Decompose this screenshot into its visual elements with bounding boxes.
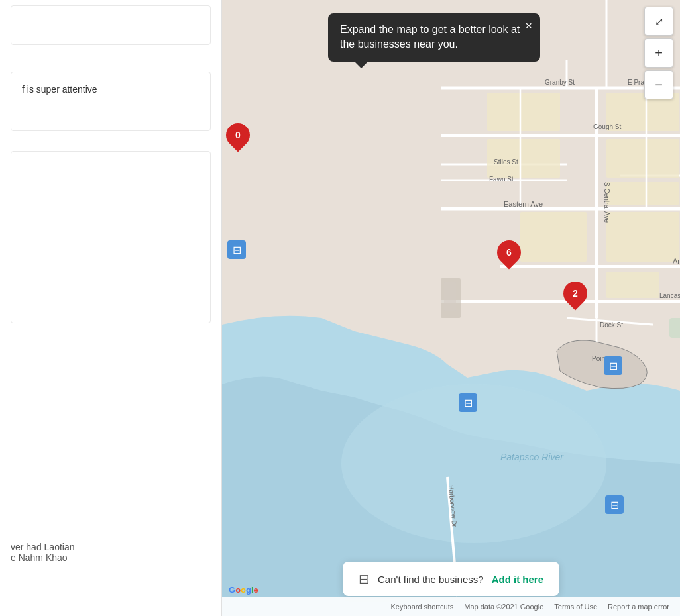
review-partial-text-1: ver had Laotian	[11, 542, 211, 552]
svg-text:Granby St: Granby St	[545, 79, 575, 86]
svg-rect-19	[444, 282, 456, 311]
svg-text:Lancaster St: Lancaster St	[659, 292, 680, 299]
svg-rect-25	[487, 93, 560, 131]
pin-0-number: 0	[235, 130, 241, 140]
svg-rect-20	[669, 318, 680, 338]
review-card-3	[11, 151, 211, 323]
review-card-2: f is super attentive	[11, 72, 211, 131]
svg-text:Eastern Ave: Eastern Ave	[504, 200, 543, 208]
svg-text:S Central Ave: S Central Ave	[603, 182, 610, 223]
expand-map-button[interactable]: ⤢	[644, 7, 673, 36]
report-error-link[interactable]: Report a map error	[608, 603, 669, 611]
svg-rect-27	[606, 182, 679, 205]
map-bottom-bar: Keyboard shortcuts Map data ©2021 Google…	[222, 597, 680, 616]
svg-text:Stiles St: Stiles St	[494, 158, 518, 166]
svg-rect-23	[606, 139, 679, 178]
cant-find-text: Can't find the business?	[378, 574, 484, 585]
svg-rect-29	[520, 212, 587, 262]
left-panel: f is super attentive ver had Laotian e N…	[0, 0, 222, 616]
map-pin-blue-4[interactable]: ⊟	[604, 356, 622, 375]
svg-text:Patapsco River: Patapsco River	[500, 452, 564, 462]
pin-6-number: 6	[506, 247, 512, 258]
tooltip-text: Expand the map to get a better look at t…	[340, 24, 520, 50]
map-controls: ⤢ + −	[644, 7, 673, 99]
map-container: ayette St E Pratt St Granby St S Bond St…	[222, 0, 680, 616]
map-pin-blue-1[interactable]: ⊟	[227, 240, 246, 259]
map-data-text: Map data ©2021 Google	[464, 603, 543, 611]
add-it-here-link[interactable]: Add it here	[492, 574, 543, 585]
cant-find-icon: ⊟	[359, 571, 370, 587]
svg-rect-30	[606, 212, 679, 262]
google-logo: Google	[229, 585, 258, 595]
blue-pin-icon-1: ⊟	[233, 244, 241, 256]
svg-text:Gough St: Gough St	[593, 123, 621, 130]
tooltip-close-button[interactable]: ×	[525, 20, 532, 32]
blue-pin-icon-2: ⊟	[464, 397, 473, 409]
map-background: ayette St E Pratt St Granby St S Bond St…	[222, 0, 680, 616]
map-svg: ayette St E Pratt St Granby St S Bond St…	[222, 0, 680, 616]
svg-text:Fawn St: Fawn St	[489, 176, 514, 183]
map-pin-blue-2[interactable]: ⊟	[459, 393, 477, 412]
zoom-out-button[interactable]: −	[644, 70, 673, 99]
svg-text:Anneanna St: Anneanna St	[673, 257, 680, 265]
svg-rect-34	[606, 272, 659, 298]
blue-pin-icon-3: ⊟	[610, 499, 619, 511]
blue-pin-icon-4: ⊟	[609, 360, 618, 372]
zoom-in-button[interactable]: +	[644, 38, 673, 68]
pin-2-number: 2	[573, 288, 578, 299]
svg-text:Dock St: Dock St	[600, 321, 623, 329]
terms-of-use-link[interactable]: Terms of Use	[554, 603, 597, 611]
map-tooltip: × Expand the map to get a better look at…	[328, 13, 540, 62]
review-text-2: f is super attentive	[22, 83, 199, 97]
review-partial-text-2: e Nahm Khao	[11, 552, 211, 563]
review-card-1	[11, 5, 211, 45]
cant-find-bar: ⊟ Can't find the business? Add it here	[343, 562, 559, 596]
keyboard-shortcuts-link[interactable]: Keyboard shortcuts	[390, 603, 453, 611]
map-pin-blue-3[interactable]: ⊟	[605, 495, 624, 514]
